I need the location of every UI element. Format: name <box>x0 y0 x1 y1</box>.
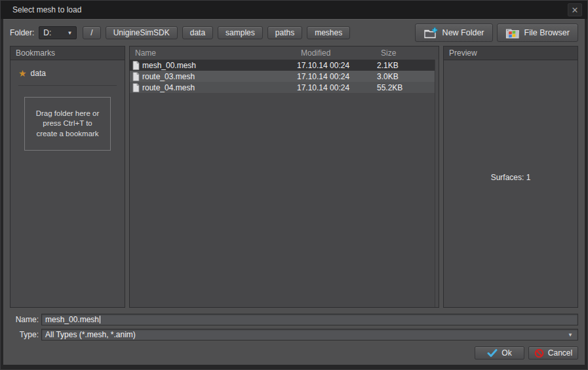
drive-select[interactable]: D: ▼ <box>39 26 77 39</box>
folder-toolbar: Folder: D: ▼ / UnigineSimSDK data sample… <box>3 20 585 46</box>
bookmark-drop-hint: Drag folder here or press Ctrl+T to crea… <box>36 109 100 139</box>
file-rows: mesh_00.mesh 17.10.14 00:24 2.1KB route_… <box>130 60 435 93</box>
preview-header: Preview <box>444 46 578 60</box>
star-icon: ★ <box>18 69 27 78</box>
toolbar-actions: New Folder <box>415 24 578 42</box>
new-folder-icon <box>423 27 438 39</box>
file-size: 3.0KB <box>377 72 435 81</box>
cancel-label: Cancel <box>548 348 572 358</box>
bookmark-drop-zone[interactable]: Drag folder here or press Ctrl+T to crea… <box>24 97 111 151</box>
check-icon <box>487 349 498 358</box>
chevron-down-icon: ▼ <box>568 332 574 338</box>
file-name: route_03.mesh <box>142 72 195 81</box>
preview-panel: Preview Surfaces: 1 <box>443 46 578 308</box>
file-modified: 17.10.14 00:24 <box>297 61 377 70</box>
breadcrumb-samples[interactable]: samples <box>218 26 263 39</box>
column-header-modified[interactable]: Modified <box>301 48 381 58</box>
file-browser-label: File Browser <box>524 28 570 37</box>
file-icon <box>132 72 140 81</box>
folder-label: Folder: <box>10 28 34 37</box>
file-icon <box>132 83 140 92</box>
dialog-content: Folder: D: ▼ / UnigineSimSDK data sample… <box>3 19 585 365</box>
file-modified: 17.10.14 00:24 <box>297 83 377 92</box>
breadcrumb-meshes[interactable]: meshes <box>307 26 350 39</box>
windows-folder-icon <box>505 27 520 39</box>
file-icon <box>132 61 140 70</box>
ok-label: Ok <box>501 348 511 358</box>
column-header-size[interactable]: Size <box>381 48 439 58</box>
no-entry-icon <box>534 348 544 358</box>
breadcrumb: / UnigineSimSDK data samples paths meshe… <box>83 26 350 39</box>
name-label: Name: <box>10 315 39 324</box>
breadcrumb-data[interactable]: data <box>182 26 213 39</box>
ok-button[interactable]: Ok <box>475 346 524 360</box>
file-row-mesh-00[interactable]: mesh_00.mesh 17.10.14 00:24 2.1KB <box>130 60 435 71</box>
select-mesh-dialog: Select mesh to load ✕ Folder: D: ▼ / Uni… <box>0 0 588 370</box>
dialog-title: Select mesh to load <box>12 5 81 14</box>
chevron-down-icon: ▼ <box>67 30 72 36</box>
name-input-value: mesh_00.mesh <box>45 315 99 324</box>
file-row-route-03[interactable]: route_03.mesh 17.10.14 00:24 3.0KB <box>130 71 435 82</box>
file-list-panel: Name Modified Size mesh_00.mesh <box>129 46 439 308</box>
drive-value: D: <box>43 28 51 37</box>
new-folder-button[interactable]: New Folder <box>415 24 493 42</box>
file-row-route-04[interactable]: route_04.mesh 17.10.14 00:24 55.2KB <box>130 82 435 93</box>
column-header-name[interactable]: Name <box>130 48 301 58</box>
file-name: mesh_00.mesh <box>142 61 196 70</box>
breadcrumb-unigine-sim-sdk[interactable]: UnigineSimSDK <box>106 26 178 39</box>
bookmarks-body: ★ data Drag folder here or press Ctrl+T … <box>10 60 125 307</box>
name-input[interactable]: mesh_00.mesh <box>41 314 578 325</box>
preview-body: Surfaces: 1 <box>444 60 578 307</box>
text-caret <box>100 316 100 324</box>
name-field-row: Name: mesh_00.mesh <box>10 314 578 325</box>
type-select[interactable]: All Types (*.mesh, *.anim) ▼ <box>41 329 578 341</box>
action-buttons: Ok Cancel <box>3 346 578 360</box>
file-size: 2.1KB <box>377 61 435 70</box>
breadcrumb-paths[interactable]: paths <box>267 26 302 39</box>
surfaces-info: Surfaces: 1 <box>444 173 578 182</box>
vertical-scrollbar-track <box>435 60 439 307</box>
bookmarks-divider <box>18 85 117 86</box>
type-field-row: Type: All Types (*.mesh, *.anim) ▼ <box>10 329 578 341</box>
file-browser-button[interactable]: File Browser <box>497 24 578 42</box>
cancel-button[interactable]: Cancel <box>528 346 578 360</box>
file-modified: 17.10.14 00:24 <box>297 72 377 81</box>
panels-area: Bookmarks ★ data Drag folder here or pre… <box>10 46 578 308</box>
type-label: Type: <box>10 330 39 339</box>
bookmarks-panel: Bookmarks ★ data Drag folder here or pre… <box>10 46 125 308</box>
bookmark-item-data[interactable]: ★ data <box>10 67 125 80</box>
file-name: route_04.mesh <box>142 83 195 92</box>
close-icon: ✕ <box>572 5 579 15</box>
bookmark-label: data <box>31 69 46 78</box>
type-select-value: All Types (*.mesh, *.anim) <box>45 330 136 339</box>
file-list-header: Name Modified Size <box>130 46 439 60</box>
breadcrumb-root[interactable]: / <box>83 26 100 39</box>
close-button[interactable]: ✕ <box>568 3 582 16</box>
new-folder-label: New Folder <box>442 28 484 37</box>
title-bar: Select mesh to load ✕ <box>1 1 587 19</box>
file-list-body: mesh_00.mesh 17.10.14 00:24 2.1KB route_… <box>130 60 439 307</box>
bookmarks-header: Bookmarks <box>10 46 125 60</box>
file-size: 55.2KB <box>377 83 435 92</box>
